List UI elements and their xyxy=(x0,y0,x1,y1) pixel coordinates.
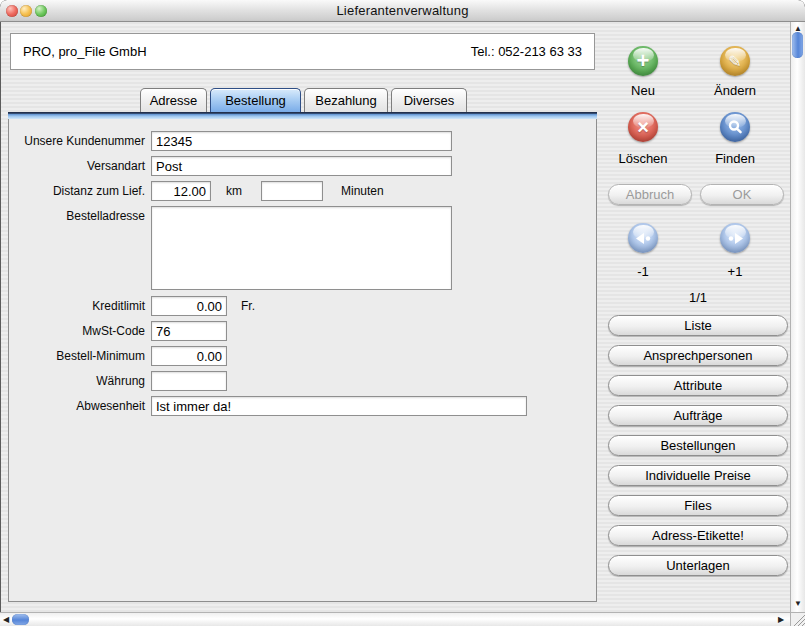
aendern-button[interactable]: ✎ xyxy=(720,46,750,76)
ansprechpersonen-button[interactable]: Ansprechpersonen xyxy=(608,345,788,366)
company-name: PRO, pro_File GmbH xyxy=(23,34,147,69)
horizontal-scroll-thumb[interactable] xyxy=(12,614,29,625)
arrow-left-icon xyxy=(628,223,658,253)
plus-icon: + xyxy=(628,46,658,76)
next-label: +1 xyxy=(690,264,780,279)
finden-label: Finden xyxy=(690,151,780,166)
individuelle-preise-button[interactable]: Individuelle Preise xyxy=(608,465,788,486)
app-window: Lieferantenverwaltung PRO, pro_File GmbH… xyxy=(0,0,805,626)
bestelladresse-field[interactable] xyxy=(151,206,452,290)
kundennummer-label: Unsere Kundenummer xyxy=(10,131,145,151)
tab-adresse[interactable]: Adresse xyxy=(140,88,207,113)
arrow-right-icon xyxy=(720,223,750,253)
pencil-icon: ✎ xyxy=(720,46,750,76)
bestell-minimum-field[interactable] xyxy=(151,346,227,366)
abwesenheit-field[interactable] xyxy=(151,396,527,416)
tab-bestellung[interactable]: Bestellung xyxy=(210,88,301,113)
horizontal-scrollbar[interactable] xyxy=(0,612,790,626)
next-record-button[interactable] xyxy=(720,223,750,253)
waehrung-label: Währung xyxy=(10,371,145,391)
files-button[interactable]: Files xyxy=(608,495,788,516)
bestell-minimum-label: Bestell-Minimum xyxy=(10,346,145,366)
scroll-left-icon[interactable]: ◀ xyxy=(3,616,9,624)
liste-button[interactable]: Liste xyxy=(608,315,788,336)
distanz-label: Distanz zum Lief. xyxy=(10,181,145,201)
finden-button[interactable] xyxy=(720,112,750,142)
scroll-down-icon[interactable]: ▼ xyxy=(794,600,802,608)
loeschen-button[interactable]: × xyxy=(628,112,658,142)
record-header: PRO, pro_File GmbH Tel.: 052-213 63 33 xyxy=(10,33,595,70)
aendern-label: Ändern xyxy=(690,83,780,98)
mwst-code-field[interactable] xyxy=(151,321,227,341)
vertical-scroll-thumb[interactable] xyxy=(792,32,803,58)
title-bar[interactable]: Lieferantenverwaltung xyxy=(0,0,805,22)
versandart-label: Versandart xyxy=(10,156,145,176)
km-unit-label: km xyxy=(226,181,242,201)
abbruch-button[interactable]: Abbruch xyxy=(608,184,692,205)
kreditlimit-field[interactable] xyxy=(151,296,227,316)
close-icon: × xyxy=(628,112,658,142)
mwst-code-label: MwSt-Code xyxy=(10,321,145,341)
window-title: Lieferantenverwaltung xyxy=(0,3,805,18)
adress-etikette-button[interactable]: Adress-Etikette! xyxy=(608,525,788,546)
magnifier-icon xyxy=(720,112,750,142)
kreditlimit-label: Kreditlimit xyxy=(10,296,145,316)
bestellungen-button[interactable]: Bestellungen xyxy=(608,435,788,456)
kundennummer-field[interactable] xyxy=(151,131,452,151)
prev-record-button[interactable] xyxy=(628,223,658,253)
unterlagen-button[interactable]: Unterlagen xyxy=(608,555,788,576)
minuten-unit-label: Minuten xyxy=(341,181,384,201)
record-counter: 1/1 xyxy=(648,290,748,305)
tab-bezahlung[interactable]: Bezahlung xyxy=(304,88,388,113)
vertical-scrollbar[interactable] xyxy=(790,22,805,612)
tab-diverses[interactable]: Diverses xyxy=(391,88,467,113)
loeschen-label: Löschen xyxy=(598,151,688,166)
scroll-right-icon[interactable]: ▶ xyxy=(778,616,784,624)
auftraege-button[interactable]: Aufträge xyxy=(608,405,788,426)
neu-label: Neu xyxy=(598,83,688,98)
tab-accent-bar xyxy=(8,112,597,119)
distanz-minuten-field[interactable] xyxy=(261,181,323,201)
waehrung-field[interactable] xyxy=(151,371,227,391)
fr-unit-label: Fr. xyxy=(241,296,255,316)
bestelladresse-label: Bestelladresse xyxy=(10,206,145,226)
versandart-field[interactable] xyxy=(151,156,452,176)
phone-number: Tel.: 052-213 63 33 xyxy=(471,34,582,69)
distanz-km-field[interactable] xyxy=(151,181,211,201)
prev-label: -1 xyxy=(598,264,688,279)
resize-grip-icon[interactable] xyxy=(790,612,805,626)
attribute-button[interactable]: Attribute xyxy=(608,375,788,396)
ok-button[interactable]: OK xyxy=(700,184,784,205)
abwesenheit-label: Abwesenheit xyxy=(10,396,145,416)
neu-button[interactable]: + xyxy=(628,46,658,76)
